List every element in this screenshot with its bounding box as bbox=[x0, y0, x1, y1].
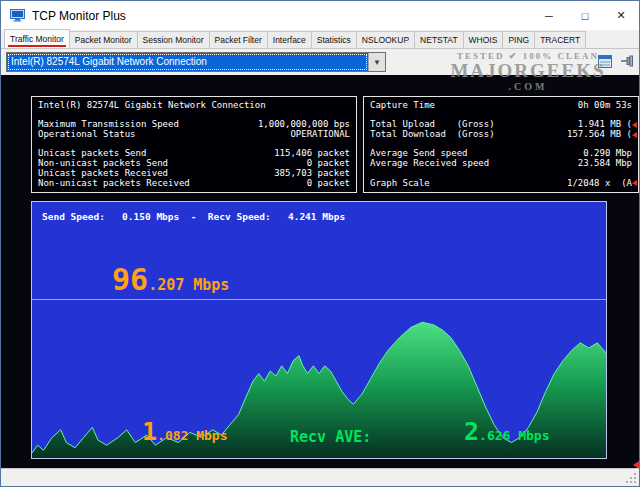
maximize-button[interactable]: □ bbox=[567, 1, 603, 30]
close-button[interactable]: ✕ bbox=[603, 1, 639, 30]
tab-bar: Traffic Monitor Packet Monitor Session M… bbox=[1, 30, 639, 49]
info-row: Non-unicast packets Received0 packet bbox=[38, 179, 350, 189]
truncated-indicator-icon bbox=[632, 122, 637, 128]
info-row: Operational StatusOPERATIONAL bbox=[38, 130, 350, 140]
minimize-icon: ─ bbox=[545, 10, 553, 22]
info-row: Average Send speed0.290 Mbp bbox=[370, 149, 632, 159]
window-layout-icon bbox=[598, 55, 612, 68]
info-row bbox=[38, 140, 350, 150]
pin-button[interactable] bbox=[619, 53, 635, 69]
info-row bbox=[370, 111, 632, 121]
peak-speed-label: 96.207 Mbps bbox=[112, 262, 229, 297]
truncated-indicator-icon bbox=[632, 132, 637, 138]
maximize-icon: □ bbox=[582, 10, 589, 22]
resize-grip-icon[interactable] bbox=[625, 472, 637, 484]
peak-speed-line bbox=[32, 299, 606, 300]
status-bar bbox=[1, 468, 639, 486]
info-row bbox=[38, 111, 350, 121]
tab-ping[interactable]: PING bbox=[502, 31, 535, 48]
app-icon bbox=[10, 9, 25, 22]
info-row: Non-unicast packets Send0 packet bbox=[38, 159, 350, 169]
dropdown-arrow-icon[interactable]: ▼ bbox=[368, 53, 385, 71]
tab-packet-monitor[interactable]: Packet Monitor bbox=[69, 31, 138, 48]
current-speed-readout: Send Speed: 0.150 Mbps - Recv Speed: 4.2… bbox=[42, 211, 345, 222]
tab-netstat[interactable]: NETSTAT bbox=[414, 31, 463, 48]
active-tab-indicator bbox=[8, 45, 66, 47]
minimize-button[interactable]: ─ bbox=[531, 1, 567, 30]
recv-average-caption: Recv AVE: bbox=[290, 428, 371, 446]
toolbar-icons bbox=[597, 53, 635, 69]
info-row bbox=[370, 169, 632, 179]
info-row bbox=[370, 140, 632, 150]
toolbar: Intel(R) 82574L Gigabit Network Connecti… bbox=[1, 49, 639, 75]
traffic-graph: Send Speed: 0.150 Mbps - Recv Speed: 4.2… bbox=[31, 201, 607, 459]
titlebar: TCP Monitor Plus ─ □ ✕ bbox=[1, 1, 639, 30]
app-window: TCP Monitor Plus ─ □ ✕ Traffic Monitor P… bbox=[0, 0, 640, 487]
info-row: Graph Scale1/2048 x (A bbox=[370, 179, 632, 189]
interface-info-panel: Intel(R) 82574L Gigabit Network Connecti… bbox=[31, 96, 357, 193]
capture-stats-panel: Capture Time0h 00m 53s Total Upload (Gro… bbox=[363, 96, 639, 193]
truncated-indicator-icon bbox=[632, 180, 637, 186]
info-row: Capture Time0h 00m 53s bbox=[370, 101, 632, 111]
info-row: Total Download (Gross)157.564 MB ( bbox=[370, 130, 632, 140]
client-area: Intel(R) 82574L Gigabit Network Connecti… bbox=[1, 75, 639, 470]
info-row: Unicast packets Received385,703 packet bbox=[38, 169, 350, 179]
info-row: Unicast packets Send115,406 packet bbox=[38, 149, 350, 159]
tab-whois[interactable]: WHOIS bbox=[463, 31, 504, 48]
tab-statistics[interactable]: Statistics bbox=[311, 31, 357, 48]
close-icon: ✕ bbox=[616, 9, 625, 22]
tab-packet-filter[interactable]: Packet Filter bbox=[209, 31, 268, 48]
tab-nslookup[interactable]: NSLOOKUP bbox=[356, 31, 415, 48]
send-average-label: 1.082 Mbps bbox=[142, 417, 228, 446]
info-row: Average Received speed23.584 Mbp bbox=[370, 159, 632, 169]
pin-icon bbox=[620, 54, 634, 68]
tab-tracert[interactable]: TRACERT bbox=[534, 31, 586, 48]
info-row: Maximum Transmission Speed1,000,000,000 … bbox=[38, 120, 350, 130]
adapter-select[interactable]: Intel(R) 82574L Gigabit Network Connecti… bbox=[6, 52, 386, 72]
recv-average-label: 2.626 Mbps bbox=[464, 417, 550, 446]
adapter-select-value: Intel(R) 82574L Gigabit Network Connecti… bbox=[7, 53, 368, 71]
tab-session-monitor[interactable]: Session Monitor bbox=[137, 31, 210, 48]
panel-toggle-button[interactable] bbox=[597, 53, 613, 69]
tab-interface[interactable]: Interface bbox=[267, 31, 312, 48]
panel-title: Intel(R) 82574L Gigabit Network Connecti… bbox=[38, 101, 350, 111]
window-controls: ─ □ ✕ bbox=[531, 1, 639, 30]
info-row: Total Upload (Gross)1.941 MB ( bbox=[370, 120, 632, 130]
tab-traffic-monitor[interactable]: Traffic Monitor bbox=[4, 29, 70, 48]
window-title: TCP Monitor Plus bbox=[32, 9, 126, 23]
